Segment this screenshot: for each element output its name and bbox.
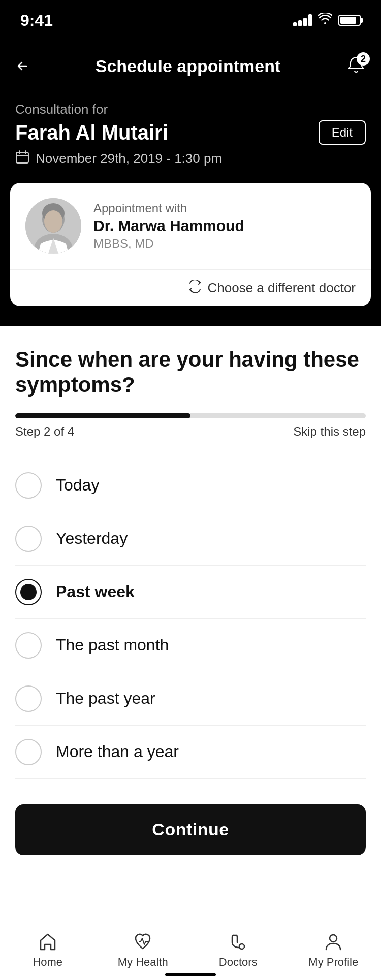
nav-item-home[interactable]: Home	[0, 926, 96, 969]
skip-step-button[interactable]: Skip this step	[293, 424, 366, 439]
edit-button[interactable]: Edit	[319, 120, 366, 145]
progress-bar-background	[15, 413, 366, 418]
nav-item-my-health[interactable]: My Health	[96, 926, 191, 969]
page-title: Schedule appointment	[29, 56, 346, 76]
appointment-date: November 29th, 2019 - 1:30 pm	[36, 151, 222, 167]
bottom-navigation: Home My Health Doctors My Profile	[0, 914, 381, 980]
nav-home-label: Home	[33, 956, 62, 969]
radio-past-year	[15, 685, 42, 712]
svg-rect-0	[16, 152, 28, 163]
radio-today	[15, 472, 42, 499]
radio-past-month	[15, 632, 42, 659]
back-button[interactable]	[15, 59, 29, 73]
patient-name: Farah Al Mutairi	[15, 121, 168, 144]
option-past-month[interactable]: The past month	[15, 619, 366, 672]
radio-more-than-year	[15, 739, 42, 765]
question-title: Since when are your having these symptom…	[15, 347, 366, 398]
heart-icon	[133, 931, 153, 952]
home-icon	[38, 931, 58, 952]
option-past-year-label: The past year	[56, 689, 155, 708]
option-past-week[interactable]: Past week	[15, 566, 366, 619]
svg-point-5	[44, 210, 62, 233]
option-today[interactable]: Today	[15, 459, 366, 512]
continue-button[interactable]: Continue	[15, 804, 366, 855]
status-bar: 9:41	[0, 0, 381, 41]
nav-my-health-label: My Health	[118, 956, 168, 969]
stethoscope-icon	[228, 931, 248, 952]
profile-icon	[323, 931, 343, 952]
options-list: Today Yesterday Past week The past month…	[15, 459, 366, 779]
refresh-icon	[188, 280, 202, 296]
consultation-section: Consultation for Farah Al Mutairi Edit N…	[0, 91, 381, 188]
progress-container: Step 2 of 4 Skip this step	[15, 413, 366, 439]
svg-point-6	[239, 944, 244, 949]
status-icons	[293, 13, 361, 27]
option-yesterday-label: Yesterday	[56, 529, 128, 548]
doctor-info: Appointment with Dr. Marwa Hammoud MBBS,…	[93, 201, 244, 251]
wifi-icon	[318, 13, 332, 27]
appointment-with-label: Appointment with	[93, 201, 244, 215]
nav-item-my-profile[interactable]: My Profile	[286, 926, 382, 969]
radio-yesterday	[15, 526, 42, 552]
option-more-than-year-label: More than a year	[56, 742, 179, 761]
option-past-month-label: The past month	[56, 636, 169, 655]
option-past-year[interactable]: The past year	[15, 672, 366, 726]
calendar-icon	[15, 150, 29, 168]
doctor-degree: MBBS, MD	[93, 237, 244, 251]
consultation-label: Consultation for	[15, 102, 366, 117]
nav-item-doctors[interactable]: Doctors	[190, 926, 286, 969]
doctor-card: Appointment with Dr. Marwa Hammoud MBBS,…	[10, 183, 371, 306]
doctor-name: Dr. Marwa Hammoud	[93, 217, 244, 235]
progress-bar-fill	[15, 413, 190, 418]
header: Schedule appointment 2	[0, 41, 381, 91]
radio-past-week	[15, 579, 42, 605]
doctor-avatar	[25, 198, 81, 254]
option-today-label: Today	[56, 476, 99, 495]
main-content: Since when are your having these symptom…	[0, 326, 381, 789]
svg-point-7	[330, 935, 337, 942]
change-doctor-button[interactable]: Choose a different doctor	[10, 269, 371, 306]
step-label: Step 2 of 4	[15, 424, 74, 439]
option-past-week-label: Past week	[56, 582, 135, 601]
nav-my-profile-label: My Profile	[308, 956, 358, 969]
nav-doctors-label: Doctors	[219, 956, 258, 969]
change-doctor-label: Choose a different doctor	[208, 280, 356, 296]
option-yesterday[interactable]: Yesterday	[15, 512, 366, 566]
signal-icon	[293, 14, 312, 26]
radio-past-week-fill	[20, 584, 37, 600]
home-indicator	[165, 973, 216, 976]
continue-section: Continue	[0, 789, 381, 870]
option-more-than-year[interactable]: More than a year	[15, 726, 366, 779]
battery-icon	[338, 15, 361, 26]
status-time: 9:41	[20, 11, 53, 30]
notification-button[interactable]: 2	[346, 55, 366, 77]
notification-badge: 2	[357, 52, 370, 66]
